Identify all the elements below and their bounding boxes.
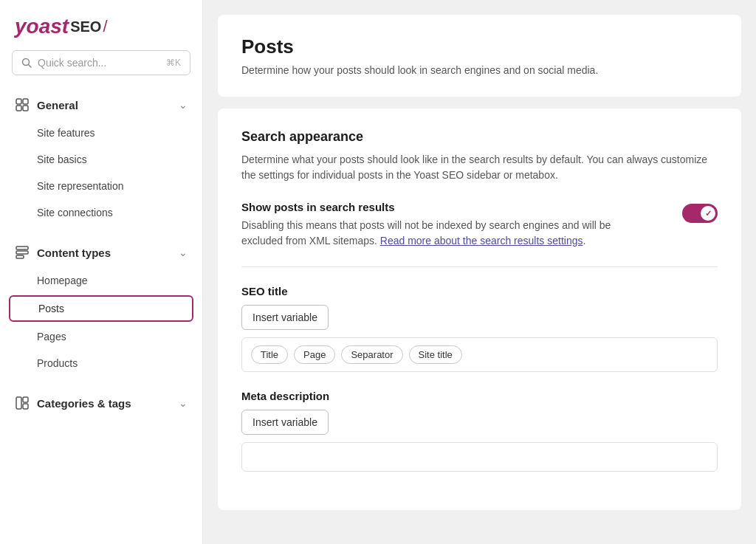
svg-rect-3 (23, 99, 28, 104)
nav-item-posts[interactable]: Posts (9, 295, 193, 322)
show-posts-setting-row: Show posts in search results Disabling t… (241, 201, 718, 249)
section-divider (241, 266, 718, 267)
search-box[interactable]: Quick search... ⌘K (12, 50, 190, 75)
nav-section-general-title: General (37, 99, 78, 111)
nav-section-content-types-title: Content types (37, 247, 111, 259)
nav-section-general: General ⌄ Site features Site basics Site… (0, 90, 202, 238)
show-posts-setting-info: Show posts in search results Disabling t… (241, 201, 655, 249)
seo-title-insert-variable-button[interactable]: Insert variable (241, 305, 329, 330)
nav-section-categories-tags-title: Categories & tags (37, 397, 131, 410)
nav-section-content-types-left: Content types (15, 245, 111, 260)
seo-title-tags-row: Title Page Separator Site title (241, 337, 718, 372)
svg-rect-6 (16, 247, 28, 249)
svg-rect-7 (16, 251, 28, 254)
search-placeholder: Quick search... (38, 57, 160, 69)
seo-tag-page[interactable]: Page (294, 345, 335, 364)
meta-description-insert-variable-button[interactable]: Insert variable (241, 410, 329, 435)
nav-section-categories-tags: Categories & tags ⌄ (0, 388, 202, 424)
search-appearance-title: Search appearance (241, 129, 718, 145)
svg-rect-8 (16, 255, 24, 258)
svg-rect-9 (16, 397, 21, 409)
toggle-check-icon: ✓ (705, 209, 712, 218)
search-results-link[interactable]: Read more about the search results setti… (380, 235, 583, 247)
seo-tag-title[interactable]: Title (251, 345, 288, 364)
main-content: Posts Determine how your posts should lo… (203, 0, 756, 544)
categories-tags-icon (15, 396, 30, 410)
page-header-card: Posts Determine how your posts should lo… (218, 15, 741, 97)
svg-line-1 (29, 65, 32, 68)
nav-section-categories-tags-left: Categories & tags (15, 396, 131, 410)
nav-section-general-header[interactable]: General ⌄ (0, 90, 202, 120)
show-posts-toggle[interactable]: ✓ (682, 204, 718, 223)
sidebar: yoast SEO / Quick search... ⌘K (0, 0, 203, 544)
general-icon (15, 97, 30, 112)
search-icon (21, 58, 32, 68)
nav-section-content-types-header[interactable]: Content types ⌄ (0, 238, 202, 267)
show-posts-label: Show posts in search results (241, 201, 655, 213)
toggle-knob: ✓ (701, 206, 715, 221)
seo-tag-separator[interactable]: Separator (341, 345, 402, 364)
svg-rect-4 (16, 106, 21, 111)
nav-item-site-representation[interactable]: Site representation (0, 173, 202, 199)
content-types-nav-items: Homepage Posts Pages Products (0, 267, 202, 382)
nav-section-content-types: Content types ⌄ Homepage Posts Pages Pro… (0, 238, 202, 388)
content-types-chevron-icon: ⌄ (179, 247, 188, 258)
page-subtitle: Determine how your posts should look in … (241, 64, 718, 76)
show-posts-desc: Disabling this means that posts will not… (241, 218, 655, 249)
nav-item-site-connections[interactable]: Site connections (0, 199, 202, 226)
page-title: Posts (241, 35, 718, 58)
logo-seo-text: SEO (70, 18, 101, 35)
svg-rect-2 (16, 99, 21, 104)
nav-item-products[interactable]: Products (0, 350, 202, 376)
logo: yoast SEO / (15, 15, 108, 38)
seo-tag-site-title[interactable]: Site title (409, 345, 462, 364)
svg-rect-10 (23, 397, 28, 402)
show-posts-toggle-wrap[interactable]: ✓ (682, 204, 718, 223)
nav-item-site-basics[interactable]: Site basics (0, 146, 202, 173)
logo-yoast-text: yoast (15, 15, 69, 38)
meta-description-label: Meta description (241, 390, 718, 402)
svg-rect-5 (23, 106, 28, 111)
nav-item-site-features[interactable]: Site features (0, 120, 202, 146)
seo-title-label: SEO title (241, 285, 718, 297)
search-appearance-desc: Determine what your posts should look li… (241, 152, 718, 183)
search-shortcut: ⌘K (166, 58, 181, 68)
logo-area: yoast SEO / (0, 0, 202, 50)
general-chevron-icon: ⌄ (179, 99, 188, 111)
nav-section-general-left: General (15, 97, 78, 112)
nav-item-pages[interactable]: Pages (0, 323, 202, 350)
categories-tags-chevron-icon: ⌄ (179, 397, 188, 409)
logo-slash: / (103, 17, 107, 36)
meta-description-tags-row (241, 442, 718, 472)
general-nav-items: Site features Site basics Site represent… (0, 120, 202, 232)
svg-rect-11 (23, 404, 28, 409)
nav-section-categories-tags-header[interactable]: Categories & tags ⌄ (0, 388, 202, 418)
search-appearance-card: Search appearance Determine what your po… (218, 109, 741, 510)
nav-item-homepage[interactable]: Homepage (0, 267, 202, 294)
show-posts-desc-period: . (583, 235, 585, 247)
content-types-icon (15, 245, 30, 260)
